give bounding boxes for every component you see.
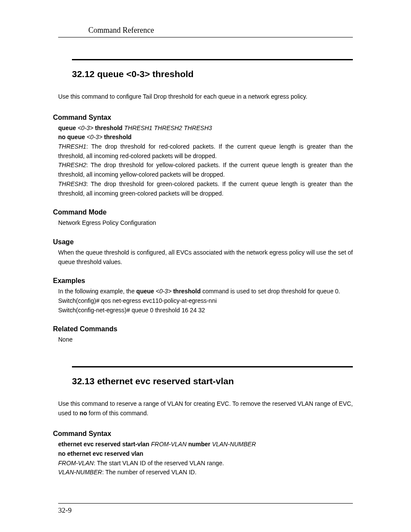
text: THRESH1 THRESH2 THRESH3: [124, 124, 212, 131]
text: <0-3>: [156, 288, 173, 295]
text: VLAN-NUMBER: [58, 469, 102, 476]
command-mode-body: Network Egress Policy Configuration: [58, 218, 353, 228]
command-mode-heading: Command Mode: [53, 208, 353, 216]
related-heading: Related Commands: [53, 325, 353, 333]
cli-line-2: Switch(config-net-egress)# queue 0 thres…: [58, 306, 353, 315]
text: no: [80, 410, 87, 417]
text: : The number of reserved VLAN ID.: [102, 469, 196, 476]
text: <0-3>: [78, 124, 95, 131]
from-vlan-desc: FROM-VLAN: The start VLAN ID of the rese…: [58, 459, 353, 468]
text: ethernet evc reserved start-vlan: [58, 441, 151, 448]
text: : The drop threshold for yellow-colored …: [58, 162, 353, 178]
text: In the following example, the: [58, 288, 136, 295]
cli-line-1: Switch(config)# qos net-egress evc110-po…: [58, 296, 353, 306]
intro-paragraph: Use this command to configure Tail Drop …: [58, 92, 353, 102]
text: VLAN-NUMBER: [212, 441, 256, 448]
text: command is used to set drop threshold fo…: [202, 288, 340, 295]
text: no queue: [58, 134, 87, 140]
thresh1-desc: THRESH1: The drop threshold for red-colo…: [58, 142, 353, 161]
usage-body: When the queue threshold is configured, …: [58, 248, 353, 267]
syntax-line-1: queue <0-3> threshold THRESH1 THRESH2 TH…: [58, 124, 353, 133]
section-heading-32-13: 32.13 ethernet evc reserved start-vlan: [72, 376, 353, 386]
section-rule: [72, 366, 353, 367]
usage-heading: Usage: [53, 238, 353, 246]
footer: 32-9: [58, 503, 353, 515]
command-syntax-heading-2: Command Syntax: [53, 430, 353, 438]
usage-block: Usage When the queue threshold is config…: [58, 238, 353, 267]
text: THRESH3: [58, 180, 86, 187]
page-number: 32-9: [58, 506, 353, 515]
examples-heading: Examples: [53, 277, 353, 285]
footer-rule: [58, 503, 353, 504]
related-body: None: [58, 335, 353, 345]
thresh3-desc: THRESH3: The drop threshold for green-co…: [58, 180, 353, 198]
syntax-line-1b: ethernet evc reserved start-vlan FROM-VL…: [58, 440, 353, 449]
section-rule: [72, 59, 353, 60]
text: THRESH2: [58, 162, 86, 168]
thresh2-desc: THRESH2: The drop threshold for yellow-c…: [58, 161, 353, 179]
command-mode-block: Command Mode Network Egress Policy Confi…: [58, 208, 353, 228]
text: FROM-VLAN: [58, 460, 93, 467]
command-syntax-heading: Command Syntax: [53, 114, 353, 121]
text: queue: [136, 288, 156, 295]
examples-block: Examples In the following example, the q…: [58, 277, 353, 315]
command-syntax-block: Command Syntax queue <0-3> threshold THR…: [58, 114, 353, 199]
syntax-line-2: no queue <0-3> threshold: [58, 133, 353, 142]
vlan-number-desc: VLAN-NUMBER: The number of reserved VLAN…: [58, 468, 353, 477]
text: threshold: [104, 134, 132, 140]
text: : The drop threshold for red-colored pac…: [58, 143, 353, 159]
examples-intro: In the following example, the queue <0-3…: [58, 287, 353, 296]
text: form of this command.: [87, 410, 148, 417]
page: Command Reference 32.12 queue <0-3> thre…: [0, 0, 411, 532]
text: FROM-VLAN: [151, 441, 188, 448]
syntax-line-2b: no ethernet evc reserved vlan: [58, 449, 353, 459]
related-block: Related Commands None: [58, 325, 353, 345]
section-heading-32-12: 32.12 queue <0-3> threshold: [72, 69, 353, 79]
text: : The drop threshold for green-colored p…: [58, 180, 353, 197]
text: threshold: [173, 288, 202, 295]
text: THRESH1: [58, 143, 86, 150]
text: <0-3>: [87, 134, 104, 140]
command-syntax-block-2: Command Syntax ethernet evc reserved sta…: [58, 430, 353, 477]
intro-paragraph-2: Use this command to reserve a range of V…: [58, 399, 353, 418]
text: number: [188, 441, 212, 448]
text: : The start VLAN ID of the reserved VLAN…: [93, 460, 224, 467]
text: queue: [58, 124, 78, 131]
text: threshold: [95, 124, 125, 131]
running-head: Command Reference: [58, 26, 353, 37]
